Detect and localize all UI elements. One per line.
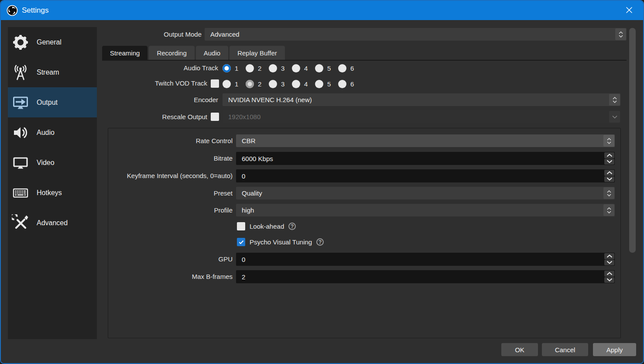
twitch-vod-radios-4[interactable] [292, 80, 300, 88]
preset-select[interactable]: Quality [236, 187, 615, 199]
bitrate-label: Bitrate [115, 152, 233, 165]
sidebar-item-output[interactable]: Output [8, 87, 97, 117]
radio-label: 5 [327, 65, 331, 72]
bitrate-input[interactable]: 6000 Kbps [236, 152, 615, 165]
tab-underline [102, 60, 627, 61]
titlebar: Settings [1, 1, 643, 20]
gpu-input[interactable]: 0 [236, 253, 615, 266]
radio-label: 2 [258, 65, 261, 72]
sidebar-item-stream[interactable]: Stream [8, 57, 97, 87]
audio-track-radios-2[interactable] [246, 64, 254, 72]
monitor-icon [11, 154, 30, 172]
twitch-vod-radios-6[interactable] [338, 80, 346, 88]
spin-down-icon[interactable] [604, 176, 614, 182]
keyframe-interval-input[interactable]: 0 [236, 169, 615, 182]
chevron-updown-icon[interactable] [603, 135, 614, 147]
settings-window: Settings General Stream Output Audio [0, 0, 644, 364]
apply-button[interactable]: Apply [593, 343, 636, 356]
look-ahead-checkbox[interactable] [237, 222, 245, 230]
keyframe-interval-value: 0 [242, 172, 245, 180]
spin-up-icon[interactable] [604, 152, 614, 158]
window-title: Settings [22, 6, 48, 15]
twitch-vod-radios-2[interactable] [246, 80, 254, 88]
radio-label: 6 [350, 65, 354, 72]
twitch-vod-radios: 123456 [223, 79, 361, 88]
ok-button[interactable]: OK [501, 343, 538, 356]
spin-up-icon[interactable] [604, 170, 614, 176]
keyboard-icon [11, 184, 30, 202]
sidebar-item-general[interactable]: General [8, 27, 97, 57]
sidebar-item-label: Video [37, 159, 55, 167]
encoder-select[interactable]: NVIDIA NVENC H.264 (new) [223, 93, 620, 106]
help-icon[interactable]: ? [288, 223, 296, 230]
rate-control-select[interactable]: CBR [236, 134, 615, 147]
sidebar-item-video[interactable]: Video [8, 148, 97, 178]
audio-track-radios-5[interactable] [315, 64, 323, 72]
antenna-icon [11, 63, 30, 82]
twitch-vod-radios-3[interactable] [269, 80, 277, 88]
sidebar-item-label: Hotkeys [37, 189, 62, 197]
twitch-vod-checkbox[interactable] [211, 79, 219, 88]
close-button[interactable] [619, 1, 640, 19]
tab-audio[interactable]: Audio [196, 46, 228, 60]
sidebar-item-label: Output [37, 99, 58, 106]
gear-icon [11, 33, 30, 52]
encoder-label: Encoder [104, 93, 218, 106]
rescale-output-label: Rescale Output [104, 110, 207, 123]
spin-down-icon[interactable] [604, 159, 614, 165]
gpu-value: 0 [242, 256, 245, 263]
radio-label: 1 [235, 65, 238, 72]
scrollbar-thumb[interactable] [629, 28, 636, 253]
cancel-button[interactable]: Cancel [542, 343, 588, 356]
spin-up-icon[interactable] [604, 253, 614, 259]
twitch-vod-radios-5[interactable] [315, 80, 323, 88]
settings-body: General Stream Output Audio Video Hotkey… [1, 20, 643, 363]
radio-label: 6 [350, 80, 354, 88]
preset-label: Preset [115, 187, 233, 199]
output-mode-value: Advanced [210, 31, 240, 38]
tab-recording[interactable]: Recording [149, 46, 194, 60]
sidebar: General Stream Output Audio Video Hotkey… [8, 27, 97, 339]
sidebar-item-hotkeys[interactable]: Hotkeys [8, 178, 97, 208]
rescale-output-checkbox[interactable] [211, 113, 219, 121]
chevron-updown-icon[interactable] [609, 94, 620, 106]
audio-track-radios-6[interactable] [338, 64, 346, 72]
rescale-resolution-select: 1920x1080 [223, 110, 620, 123]
monitor-arrow-icon [11, 93, 30, 112]
profile-select[interactable]: high [236, 204, 615, 216]
radio-label: 1 [235, 80, 238, 88]
sidebar-item-audio[interactable]: Audio [8, 117, 97, 148]
sidebar-item-label: General [37, 38, 62, 46]
audio-track-radios-1[interactable] [223, 64, 231, 72]
radio-label: 4 [304, 80, 308, 88]
profile-label: Profile [115, 204, 233, 216]
chevron-updown-icon[interactable] [603, 204, 614, 216]
encoder-settings-group: Rate Control CBR Bitrate 6000 Kbps Keyfr… [108, 128, 621, 338]
help-icon[interactable]: ? [316, 238, 324, 246]
rescale-resolution-value: 1920x1080 [228, 113, 260, 120]
chevron-down-icon [609, 111, 620, 123]
output-mode-select[interactable]: Advanced [205, 28, 627, 41]
audio-track-radios-4[interactable] [292, 64, 300, 72]
max-bframes-input[interactable]: 2 [236, 270, 615, 283]
spin-down-icon[interactable] [604, 260, 614, 266]
twitch-vod-radios-1[interactable] [223, 80, 231, 88]
chevron-updown-icon[interactable] [603, 187, 614, 199]
spin-down-icon[interactable] [604, 277, 614, 283]
audio-track-label: Audio Track [104, 63, 218, 73]
radio-label: 3 [281, 80, 284, 88]
preset-value: Quality [242, 189, 262, 197]
look-ahead-label: Look-ahead [250, 223, 284, 230]
rate-control-value: CBR [242, 137, 256, 144]
chevron-updown-icon[interactable] [615, 28, 626, 40]
max-bframes-value: 2 [242, 273, 245, 281]
audio-track-radios-3[interactable] [269, 64, 277, 72]
rate-control-label: Rate Control [115, 134, 233, 147]
psycho-visual-tuning-checkbox[interactable] [237, 238, 245, 246]
bitrate-value: 6000 Kbps [242, 155, 273, 162]
spin-up-icon[interactable] [604, 271, 614, 277]
max-bframes-label: Max B-frames [115, 270, 233, 283]
tab-streaming[interactable]: Streaming [102, 46, 147, 60]
sidebar-item-advanced[interactable]: Advanced [8, 208, 97, 238]
tab-replay-buffer[interactable]: Replay Buffer [230, 46, 285, 60]
